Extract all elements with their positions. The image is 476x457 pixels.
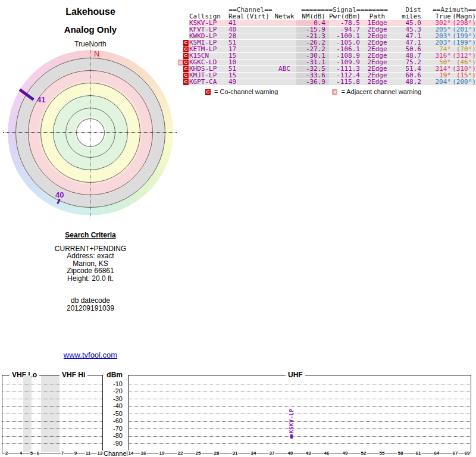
cell-nm: -36.9 xyxy=(296,79,329,85)
channel-tick-49: 49 xyxy=(342,450,349,456)
cell-nm: -21.3 xyxy=(296,33,329,39)
cell-real: 51 xyxy=(228,66,243,72)
cell-virt xyxy=(243,66,273,72)
cell-virt xyxy=(243,60,273,65)
cell-magn_az: (199°) xyxy=(451,33,476,39)
uhf-band-label: UHF xyxy=(286,371,305,378)
cell-path: 2Edge xyxy=(362,73,393,79)
gridline xyxy=(2,421,102,422)
cell-magn_az: (312°) xyxy=(451,53,476,59)
report-subtitle: Analog Only xyxy=(0,24,181,35)
radar-title-block: Lakehouse Analog Only TrueNorth xyxy=(0,7,181,48)
cell-netwk xyxy=(273,46,296,52)
cell-real: 15 xyxy=(228,73,243,79)
channel-tick-5: 5 xyxy=(30,450,33,456)
cell-real: 10 xyxy=(228,60,243,65)
cell-real: 15 xyxy=(228,53,243,59)
cell-path: 2Edge xyxy=(362,46,393,52)
co-channel-warning-marker: C xyxy=(183,66,189,72)
tvfool-link[interactable]: www.tvfool.com xyxy=(64,350,117,359)
radar-center-circle xyxy=(76,118,105,147)
cell-netwk xyxy=(273,40,296,46)
cell-miles: 48.7 xyxy=(393,53,426,59)
co-channel-warning-marker: C xyxy=(183,46,189,52)
table-row-kgpt-ca: KGPT-CA49-36.9-115.82Edge48.2204°(200°) xyxy=(189,79,476,85)
table-row-ksmi-lp: KSMI-LP51-26.2-105.02Edge47.1203°(199°) xyxy=(189,40,476,46)
cell-magn_az: (46°) xyxy=(451,60,476,65)
cell-virt xyxy=(243,40,273,46)
cell-nm: -27.2 xyxy=(296,46,329,52)
channel-tick-19: 19 xyxy=(159,450,165,456)
db-line: db datecode xyxy=(0,297,181,305)
column-header-virt: (Virt) xyxy=(243,12,273,20)
cell-callsign: K15CN xyxy=(189,53,228,59)
cell-virt xyxy=(243,27,273,33)
co-channel-warning-icon: C xyxy=(205,89,211,95)
warning-legend: C= Co-channel warning a= Adjacent channe… xyxy=(189,88,476,95)
cell-callsign: KSMI-LP xyxy=(189,40,228,46)
dbm-tick-label: -20 xyxy=(101,388,123,395)
channel-tick-25: 25 xyxy=(195,450,202,456)
cell-callsign: KSKV-LP xyxy=(189,20,228,26)
cell-callsign: KGPT-CA xyxy=(189,79,228,85)
channel-tick-28: 28 xyxy=(214,450,220,456)
cell-true_az: 203° xyxy=(426,40,451,46)
column-header-netwk: Netwk xyxy=(273,12,296,20)
true-north-label: TrueNorth xyxy=(0,40,181,48)
cell-pwr: -108.9 xyxy=(329,53,362,59)
channel-tick-58: 58 xyxy=(397,450,404,456)
cell-callsign: KMJT-LP xyxy=(189,73,228,79)
channel-tick-64: 64 xyxy=(434,450,440,456)
radar-marker-label-ch40: 40 xyxy=(55,190,64,199)
table-row-kmjt-lp: KMJT-LP15-33.6-112.42Edge60.619°(15°) xyxy=(189,73,476,79)
table-row-kwkd-lp: KWKD-LP28-21.3-100.12Edge47.1203°(199°) xyxy=(189,33,476,39)
channel-tick-4: 4 xyxy=(19,450,23,456)
dbm-tick-label: -50 xyxy=(101,411,123,417)
cell-true_az: 314° xyxy=(426,66,451,72)
cell-true_az: 74° xyxy=(426,46,451,52)
cell-netwk: ABC xyxy=(273,66,296,72)
cell-true_az: 316° xyxy=(426,53,451,59)
channel-tick-2: 2 xyxy=(5,450,8,456)
adjacent-warning-icon: a xyxy=(332,89,337,95)
cell-real: 17 xyxy=(228,46,243,52)
dbm-tick-label: -80 xyxy=(101,433,123,439)
table-row-kgkc-ld: KGKC-LD10-31.1-109.92Edge75.250°(46°) xyxy=(189,60,476,65)
cell-magn_az: (310°) xyxy=(451,66,476,72)
cell-pwr: -78.5 xyxy=(329,20,362,26)
channel-tick-40: 40 xyxy=(287,450,294,456)
channel-tick-61: 61 xyxy=(415,450,422,456)
channel-tick-52: 52 xyxy=(361,450,367,456)
table-row-ketm-lp: KETM-LP17-27.2-106.12Edge50.674°(70°) xyxy=(189,46,476,52)
gridline xyxy=(129,436,470,437)
cell-nm: -30.1 xyxy=(296,53,329,59)
cell-pwr: -106.1 xyxy=(329,46,362,52)
cell-path: 2Edge xyxy=(362,40,393,46)
table-row-khds-lp: KHDS-LP51ABC-32.5-111.32Edge51.4314°(310… xyxy=(189,66,476,72)
cell-miles: 48.2 xyxy=(393,79,426,85)
channel-tick-11: 11 xyxy=(85,450,91,456)
cell-magn_az: (298°) xyxy=(451,20,476,26)
cell-pwr: -100.1 xyxy=(329,33,362,39)
cell-virt xyxy=(243,73,273,79)
cell-callsign: KETM-LP xyxy=(189,46,228,52)
cell-miles: 75.2 xyxy=(393,60,426,65)
cell-nm: -15.9 xyxy=(296,27,329,33)
gridline xyxy=(129,392,470,392)
adjacent-warning-text: = Adjacent channel warning xyxy=(341,88,421,95)
gridline xyxy=(129,443,470,444)
gridline xyxy=(2,392,102,392)
cell-magn_az: (199°) xyxy=(451,40,476,46)
cell-pwr: -109.9 xyxy=(329,60,362,65)
gridline xyxy=(2,443,102,444)
cell-callsign: KGKC-LD xyxy=(189,60,228,65)
gridline xyxy=(2,428,102,429)
cell-netwk xyxy=(273,27,296,33)
cell-virt xyxy=(243,33,273,39)
co-channel-warning-marker: C xyxy=(183,60,189,65)
channel-tick-31: 31 xyxy=(232,450,239,456)
gridline xyxy=(2,384,102,384)
channel-tick-13: 13 xyxy=(97,450,104,456)
gridline xyxy=(2,414,102,414)
cell-path: 2Edge xyxy=(362,60,393,65)
